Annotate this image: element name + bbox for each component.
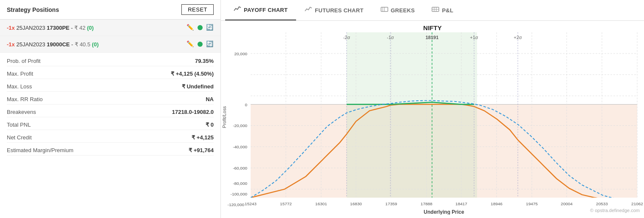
svg-text:-20,000: -20,000 [233,123,247,128]
svg-text:-80,000: -80,000 [233,181,247,186]
futures-chart-icon [305,6,312,14]
svg-text:20,000: 20,000 [234,51,247,56]
pos-price-1: ₹ 42 [74,25,85,31]
position-row-1: -1x 25JAN2023 17300PE - ₹ 42 (0) ✏️ 🔄 [0,20,220,36]
position-row-2: -1x 25JAN2023 19000CE - ₹ 40.5 (0) ✏️ 🔄 [0,36,220,53]
stat-max-rr: Max. RR Ratio NA [7,94,214,105]
chart-area: NIFTY [221,21,644,218]
svg-text:-120,000: -120,000 [228,202,245,207]
svg-text:16830: 16830 [350,201,362,206]
stat-total-pnl: Total PNL ₹ 0 [7,120,214,130]
svg-text:20004: 20004 [561,201,573,206]
pnl-icon [432,6,439,14]
stat-max-profit: Max. Profit ₹ +4,125 (4.50%) [7,69,214,79]
stat-value-0: 79.35% [195,58,214,64]
tab-futures-chart[interactable]: FUTURES CHART [296,0,372,20]
refresh-icon-2[interactable]: 🔄 [206,40,214,48]
svg-text:19475: 19475 [526,201,538,206]
stat-label-2: Max. Loss [7,83,32,90]
stat-value-2: ₹ Undefined [182,83,214,90]
tab-payoff-chart[interactable]: PAYOFF CHART [225,0,296,20]
status-dot-2 [198,42,203,47]
tab-futures-label: FUTURES CHART [315,7,363,14]
strategy-positions-title: Strategy Positions [7,6,59,13]
reset-button[interactable]: RESET [181,4,214,15]
svg-text:15772: 15772 [280,201,292,206]
chart-svg-wrapper: -2σ -1σ 18191 +1σ +2σ 20,000 0 -20,000 -… [221,32,644,215]
tab-greeks-label: GREEKS [391,7,415,14]
stat-prob-profit: Prob. of Profit 79.35% [7,56,214,66]
tab-pnl[interactable]: P&L [423,0,462,20]
stat-value-1: ₹ +4,125 (4.50%) [171,71,214,77]
status-dot-1 [198,25,203,30]
edit-icon-1[interactable]: ✏️ [186,24,194,31]
position-label-1: -1x 25JAN2023 17300PE - ₹ 42 (0) [7,25,186,31]
stat-label-3: Max. RR Ratio [7,96,43,102]
pos-price-2: ₹ 40.5 [75,41,90,48]
greeks-icon [381,6,388,14]
stat-label-5: Total PNL [7,122,31,128]
pos-expiry-1: 25JAN2023 [16,25,47,31]
svg-text:Underlying Price: Underlying Price [424,209,464,215]
stat-label-0: Prob. of Profit [7,58,40,64]
pos-pnl-1: (0) [87,25,94,31]
svg-text:+1σ: +1σ [470,35,478,40]
payoff-chart-icon [234,6,241,14]
stat-value-4: 17218.0-19082.0 [172,109,214,115]
stat-value-3: NA [206,96,214,102]
stat-value-5: ₹ 0 [206,122,214,128]
svg-text:18946: 18946 [491,201,503,206]
svg-text:-1σ: -1σ [387,35,394,40]
pos-expiry-2: 25JAN2023 [16,41,47,48]
edit-icon-2[interactable]: ✏️ [186,40,194,48]
svg-rect-10 [347,32,477,198]
svg-text:-100,000: -100,000 [231,192,248,196]
pos-actions-1: ✏️ 🔄 [186,24,214,31]
pos-qty-2: -1x [7,41,15,48]
svg-text:-2σ: -2σ [343,35,350,40]
svg-text:17888: 17888 [421,201,432,206]
tab-pnl-label: P&L [442,7,453,14]
stat-label-7: Estimated Margin/Premium [7,147,73,153]
tabs-bar: PAYOFF CHART FUTURES CHART GREEKS P&L [221,0,644,21]
svg-text:15243: 15243 [245,201,257,206]
stat-margin: Estimated Margin/Premium ₹ +91,764 [7,145,214,156]
left-panel: Strategy Positions RESET -1x 25JAN2023 1… [0,0,221,218]
svg-text:+2σ: +2σ [514,35,522,40]
stat-value-6: ₹ +4,125 [192,134,214,141]
svg-text:18417: 18417 [455,201,467,206]
svg-text:18191: 18191 [426,35,439,40]
svg-text:-60,000: -60,000 [233,166,247,170]
stats-grid: Prob. of Profit 79.35% Max. Profit ₹ +4,… [0,53,220,159]
refresh-icon-1[interactable]: 🔄 [206,24,214,31]
pos-strike-2: 19000CE [47,41,70,48]
copyright-text: © opstra.definedge.com [590,208,640,213]
pos-qty-1: -1x [7,25,15,31]
stat-label-4: Breakevens [7,109,36,115]
position-label-2: -1x 25JAN2023 19000CE - ₹ 40.5 (0) [7,41,186,48]
stat-label-6: Net Credit [7,134,32,141]
pos-separator-2: - [71,41,75,48]
tab-greeks[interactable]: GREEKS [372,0,424,20]
left-header: Strategy Positions RESET [0,0,220,20]
stat-net-credit: Net Credit ₹ +4,125 [7,133,214,143]
svg-text:17359: 17359 [385,201,397,206]
stat-breakevens: Breakevens 17218.0-19082.0 [7,107,214,117]
stat-label-1: Max. Profit [7,71,33,77]
chart-svg: -2σ -1σ 18191 +1σ +2σ 20,000 0 -20,000 -… [221,32,644,215]
svg-text:16301: 16301 [315,201,327,206]
pos-separator-1: - [71,25,74,31]
stat-max-loss: Max. Loss ₹ Undefined [7,82,214,92]
svg-text:Profit/Loss: Profit/Loss [222,106,227,128]
pos-strike-1: 17300PE [47,25,70,31]
svg-text:0: 0 [245,102,247,107]
svg-text:-40,000: -40,000 [233,144,247,149]
stat-value-7: ₹ +91,764 [189,147,214,153]
tab-payoff-label: PAYOFF CHART [244,7,288,13]
svg-text:20533: 20533 [596,201,608,206]
chart-title: NIFTY [221,21,644,32]
chart-container: NIFTY [221,21,644,218]
pos-actions-2: ✏️ 🔄 [186,40,214,48]
pos-pnl-2: (0) [92,41,99,48]
right-panel: PAYOFF CHART FUTURES CHART GREEKS P&L NI… [221,0,644,218]
